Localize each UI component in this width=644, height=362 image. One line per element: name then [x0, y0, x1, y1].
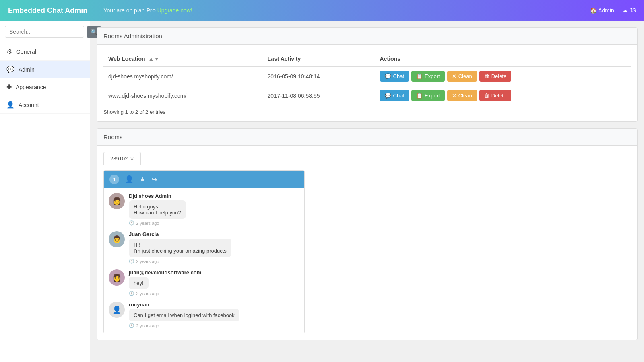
- sidebar-item-general[interactable]: ⚙ General: [0, 43, 90, 61]
- last-activity-cell: 2016-05-09 10:48:14: [263, 66, 375, 86]
- avatar: 👩: [109, 269, 125, 286]
- trash-icon: 🗑: [484, 73, 489, 79]
- chat-icon: 💬: [385, 93, 391, 99]
- message-content: rocyuan Can I get email when logined wit…: [129, 302, 239, 328]
- message-author: rocyuan: [129, 302, 239, 308]
- sort-icon: ▲▼: [148, 56, 159, 62]
- message-time: 🕐2 years ago: [129, 220, 186, 226]
- tab-289102[interactable]: 289102 ✕: [103, 152, 141, 165]
- message-bubble: Hi!I'm just checking your amazing produc…: [129, 239, 231, 257]
- table-row: www.djd-shoes.myshopify.com/ 2017-11-08 …: [103, 86, 631, 105]
- avatar-image: 👩: [112, 273, 121, 282]
- avatar-image: 👩: [112, 197, 121, 206]
- message-row: 👤 rocyuan Can I get email when logined w…: [109, 302, 299, 328]
- chat-button-row1[interactable]: 💬 Chat: [380, 71, 409, 82]
- message-content: Djd shoes Admin Hello guys!How can I hel…: [129, 193, 186, 226]
- col-web-location[interactable]: Web Location ▲▼: [103, 51, 263, 67]
- close-icon[interactable]: ✕: [130, 156, 134, 162]
- export-icon: 📋: [416, 93, 423, 99]
- upgrade-link[interactable]: Upgrade now!: [157, 7, 192, 14]
- clean-icon: ✕: [452, 73, 456, 79]
- message-row: 👨 Juan Garcia Hi!I'm just checking your …: [109, 231, 299, 264]
- message-time: 🕐2 years ago: [129, 259, 231, 264]
- col-last-activity: Last Activity: [263, 51, 375, 67]
- main-content: Rooms Administration Web Location ▲▼ Las…: [90, 21, 644, 362]
- chat-icon: 💬: [385, 73, 391, 79]
- rooms-admin-title: Rooms Administration: [97, 28, 637, 45]
- actions-cell: 💬 Chat 📋 Export ✕ Clea: [375, 86, 631, 105]
- js-link[interactable]: ☁ JS: [622, 7, 636, 14]
- chat-icon: 💬: [6, 66, 14, 73]
- message-row: 👩 juan@devcloudsoftware.com hey! 🕐2 year…: [109, 269, 299, 296]
- message-count: 1: [109, 175, 119, 184]
- star-icon[interactable]: ★: [139, 175, 146, 184]
- search-box: 🔍: [0, 21, 90, 43]
- tab-label: 289102: [110, 156, 128, 162]
- avatar-image: 👨: [112, 235, 121, 244]
- chat-button-row2[interactable]: 💬 Chat: [380, 90, 409, 101]
- message-row: 👩 Djd shoes Admin Hello guys!How can I h…: [109, 193, 299, 226]
- app-title: Embedded Chat Admin: [8, 6, 87, 15]
- trash-icon: 🗑: [484, 93, 489, 99]
- sidebar-item-admin[interactable]: 💬 Admin: [0, 61, 90, 78]
- gear-icon: ⚙: [6, 48, 12, 56]
- rooms-table: Web Location ▲▼ Last Activity Actions dj…: [103, 51, 631, 105]
- sidebar-item-appearance[interactable]: ✚ Appearance: [0, 78, 90, 96]
- message-content: juan@devcloudsoftware.com hey! 🕐2 years …: [129, 269, 201, 296]
- clean-button-row1[interactable]: ✕ Clean: [447, 71, 477, 82]
- message-bubble: Hello guys!How can I help you?: [129, 200, 186, 219]
- delete-button-row2[interactable]: 🗑 Delete: [479, 90, 512, 101]
- message-time: 🕐2 years ago: [129, 323, 239, 328]
- search-input[interactable]: [5, 26, 84, 38]
- sidebar: 🔍 ⚙ General 💬 Admin ✚ Appearance 👤 Accou…: [0, 21, 90, 362]
- clean-button-row2[interactable]: ✕ Clean: [447, 90, 477, 101]
- avatar-image: 👤: [112, 305, 121, 314]
- message-author: juan@devcloudsoftware.com: [129, 269, 201, 276]
- sidebar-item-account[interactable]: 👤 Account: [0, 96, 90, 114]
- message-author: Djd shoes Admin: [129, 193, 186, 199]
- last-activity-cell: 2017-11-08 06:58:55: [263, 86, 375, 105]
- avatar: 👩: [109, 193, 125, 209]
- message-content: Juan Garcia Hi!I'm just checking your am…: [129, 231, 231, 264]
- chat-window: 1 👤 ★ ↪ 👩 Djd shoes Admin: [103, 170, 305, 333]
- admin-link[interactable]: 🏠 Admin: [590, 7, 614, 14]
- avatar: 👤: [109, 302, 125, 318]
- actions-cell: 💬 Chat 📋 Export ✕ Clea: [375, 66, 631, 86]
- rooms-title: Rooms: [97, 129, 637, 146]
- export-button-row2[interactable]: 📋 Export: [411, 90, 445, 101]
- chat-header: 1 👤 ★ ↪: [104, 171, 304, 188]
- rooms-panel: Rooms 289102 ✕ 1 👤 ★ ↪: [97, 128, 638, 340]
- person-icon[interactable]: 👤: [125, 175, 134, 184]
- tab-bar: 289102 ✕: [103, 152, 631, 165]
- rooms-admin-panel: Rooms Administration Web Location ▲▼ Las…: [97, 27, 638, 122]
- plan-banner: Your are on plan Pro Upgrade now!: [103, 7, 590, 14]
- sidebar-item-label: Admin: [19, 66, 35, 73]
- message-author: Juan Garcia: [129, 231, 231, 237]
- plus-icon: ✚: [6, 83, 12, 91]
- web-location-cell: www.djd-shoes.myshopify.com/: [103, 86, 263, 105]
- forward-icon[interactable]: ↪: [151, 175, 157, 184]
- web-location-cell: djd-shoes.myshopify.com/: [103, 66, 263, 86]
- col-actions: Actions: [375, 51, 631, 67]
- message-time: 🕐2 years ago: [129, 291, 201, 296]
- entries-count: Showing 1 to 2 of 2 entries: [103, 105, 631, 115]
- message-bubble: Can I get email when logined with facebo…: [129, 309, 239, 321]
- sidebar-item-label: Appearance: [16, 84, 46, 90]
- sidebar-item-label: Account: [19, 102, 39, 108]
- avatar: 👨: [109, 231, 125, 247]
- sidebar-item-label: General: [16, 49, 36, 55]
- clean-icon: ✕: [452, 93, 456, 99]
- chat-body: 👩 Djd shoes Admin Hello guys!How can I h…: [104, 188, 304, 333]
- table-row: djd-shoes.myshopify.com/ 2016-05-09 10:4…: [103, 66, 631, 86]
- export-button-row1[interactable]: 📋 Export: [411, 71, 445, 82]
- user-icon: 👤: [6, 101, 14, 109]
- export-icon: 📋: [416, 73, 423, 79]
- message-bubble: hey!: [129, 277, 149, 289]
- delete-button-row1[interactable]: 🗑 Delete: [479, 71, 512, 82]
